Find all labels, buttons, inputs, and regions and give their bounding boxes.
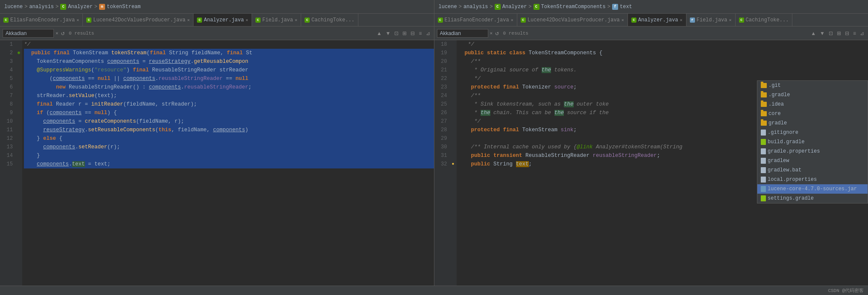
file-tree-gradle-folder[interactable]: .gradle <box>757 90 868 100</box>
right-search-refresh[interactable]: ↺ <box>494 29 499 38</box>
rgutter-18 <box>450 40 457 49</box>
gutter-2[interactable]: ◉ <box>15 49 22 57</box>
left-code-panel: 1 2 3 4 5 6 7 8 9 10 11 12 13 14 15 ◉ <box>0 40 434 286</box>
tab-field-right[interactable]: f Field.java ✕ <box>686 14 736 26</box>
left-breadcrumb: lucene > analysis > C Analyzer > m token… <box>0 0 434 13</box>
tab-lucene42-right[interactable]: C Lucene42DocValuesProducer.java ✕ <box>517 14 628 26</box>
file-tree-label-lucenejar: lucene-core-4.7.0-sources.jar <box>768 186 857 192</box>
folder-icon-git <box>761 83 767 88</box>
left-search-pin[interactable]: ⊞ <box>401 30 408 37</box>
left-search-close[interactable]: ✕ <box>56 30 59 36</box>
breadcrumb-field-right[interactable]: text <box>620 4 632 10</box>
rgutter-21 <box>450 66 457 74</box>
rline-19: 19 <box>434 49 447 57</box>
tab-caching-right[interactable]: C CachingToke... <box>736 14 793 26</box>
breadcrumb-lucene-left[interactable]: lucene <box>4 4 23 10</box>
status-bar: CSDN @代码密客 <box>0 286 868 295</box>
right-search-align[interactable]: ≡ <box>852 30 857 37</box>
file-tree-gradleprops[interactable]: gradle.properties <box>757 147 868 156</box>
breadcrumb-analysis-left[interactable]: analysis <box>29 4 54 10</box>
sep1-right: > <box>459 4 462 10</box>
right-search-filter1[interactable]: ⊟ <box>844 30 850 37</box>
code-line-8: final Reader r = initReader(fieldName, s… <box>24 100 434 109</box>
close-lucene42-right[interactable]: ✕ <box>622 18 624 23</box>
left-line-numbers: 1 2 3 4 5 6 7 8 9 10 11 12 13 14 15 <box>0 40 15 286</box>
file-icon-settingsgradle <box>761 195 766 201</box>
breadcrumb-analyzer-right[interactable]: Analyzer <box>502 4 527 10</box>
breadcrumb-analysis-right[interactable]: analysis <box>463 4 488 10</box>
file-icon-gradleprops <box>761 148 766 154</box>
rline-25: 25 <box>434 100 447 109</box>
tab-icon-analyzer-left: C <box>197 18 202 23</box>
file-tree-gitignore[interactable]: .gitignore <box>757 128 868 137</box>
left-search-align[interactable]: ≡ <box>417 30 423 37</box>
file-tree-localprops[interactable]: local.properties <box>757 175 868 184</box>
close-field-left[interactable]: ✕ <box>295 18 297 23</box>
file-tree-label-core: core <box>768 111 781 117</box>
breadcrumb-analyzer-icon-left: C <box>60 4 66 10</box>
close-elias-right[interactable]: ✕ <box>511 18 513 23</box>
tab-lucene42-left[interactable]: C Lucene42DocValuesProducer.java ✕ <box>83 14 194 26</box>
rline-31: 31 <box>434 151 447 160</box>
code-line-7: strReader.setValue(text); <box>24 91 434 100</box>
file-tree-label-gradlew: gradlew <box>768 158 789 164</box>
breadcrumb-analyzer-left[interactable]: Analyzer <box>68 4 93 10</box>
right-search-expand[interactable]: ⊡ <box>827 30 834 37</box>
right-search-input[interactable] <box>437 29 488 38</box>
tab-caching-left[interactable]: C CachingToke... <box>301 14 358 26</box>
right-search-icons: ▲ ▼ ⊡ ⊞ ⊟ ≡ ⊿ <box>809 30 865 37</box>
close-lucene42-left[interactable]: ✕ <box>187 18 190 23</box>
rgutter-32[interactable]: ● <box>450 160 457 168</box>
tab-label-analyzer-right: Analyzer.java <box>638 17 678 23</box>
file-icon-gradlew <box>761 158 766 164</box>
close-field-right[interactable]: ✕ <box>729 18 732 23</box>
gutter-10 <box>15 117 22 126</box>
left-search-up[interactable]: ▲ <box>375 30 383 37</box>
tab-elias-right[interactable]: C EliasFanoEncoder.java ✕ <box>434 14 517 26</box>
left-code-area[interactable]: */ public final TokenStream tokenStream(… <box>22 40 434 286</box>
left-search-filter1[interactable]: ⊟ <box>409 30 416 37</box>
code-line-13: components.setReader(r); <box>24 143 434 151</box>
comment-1: */ <box>24 41 30 47</box>
file-tree-lucenejar[interactable]: lucene-core-4.7.0-sources.jar <box>757 184 868 194</box>
rline-32: 32 <box>434 160 447 168</box>
tab-icon-field-left: C <box>255 18 261 23</box>
file-tree-settingsgradle[interactable]: settings.gradle <box>757 194 868 203</box>
file-tree-gradlew[interactable]: gradlew <box>757 156 868 165</box>
left-search-expand[interactable]: ⊡ <box>393 30 400 37</box>
file-tree-gradle2[interactable]: gradle <box>757 118 868 128</box>
code-line-1: */ <box>24 40 434 49</box>
tab-analyzer-right[interactable]: C Analyzer.java ✕ <box>628 14 686 26</box>
close-analyzer-right[interactable]: ✕ <box>680 18 682 23</box>
breadcrumb-tsc-right[interactable]: TokenStreamComponents <box>541 4 606 10</box>
tab-field-left[interactable]: C Field.java ✕ <box>252 14 301 26</box>
file-tree-label-buildgradle: build.gradle <box>768 139 804 145</box>
breadcrumb-lucene-right[interactable]: lucene <box>439 4 457 10</box>
rgutter-20 <box>450 57 457 66</box>
tab-elias-left[interactable]: C EliasFanoEncoder.java ✕ <box>0 14 83 26</box>
left-search-funnel[interactable]: ⊿ <box>425 30 431 37</box>
rcode-18: */ <box>458 40 868 49</box>
folder-icon-gradle2 <box>761 121 767 126</box>
file-tree-idea[interactable]: .idea <box>757 100 868 109</box>
file-tree-git[interactable]: .git <box>757 81 868 90</box>
close-analyzer-left[interactable]: ✕ <box>246 18 248 23</box>
file-tree-core[interactable]: core <box>757 109 868 118</box>
right-search-close[interactable]: ✕ <box>490 30 493 36</box>
file-tree-gradlewbat[interactable]: gradlew.bat <box>757 165 868 175</box>
breadcrumb-method-left[interactable]: tokenStream <box>107 4 141 10</box>
file-tree-buildgradle[interactable]: build.gradle <box>757 137 868 147</box>
left-search-down[interactable]: ▼ <box>384 30 392 37</box>
right-search-funnel[interactable]: ⊿ <box>859 30 865 37</box>
sep4-right: > <box>607 4 610 10</box>
left-search-refresh[interactable]: ↺ <box>60 29 65 38</box>
tab-label-lucene42-right: Lucene42DocValuesProducer.java <box>528 17 620 23</box>
left-search-input[interactable] <box>3 29 54 38</box>
rcode-19: public static class TokenStreamComponent… <box>458 49 868 57</box>
line4-content: @SuppressWarnings("resource") final Reus… <box>24 67 248 73</box>
close-elias-left[interactable]: ✕ <box>76 18 79 23</box>
tab-analyzer-left[interactable]: C Analyzer.java ✕ <box>194 14 252 26</box>
right-search-down[interactable]: ▼ <box>818 30 826 37</box>
right-search-up[interactable]: ▲ <box>809 30 817 37</box>
right-search-pin[interactable]: ⊞ <box>836 30 842 37</box>
